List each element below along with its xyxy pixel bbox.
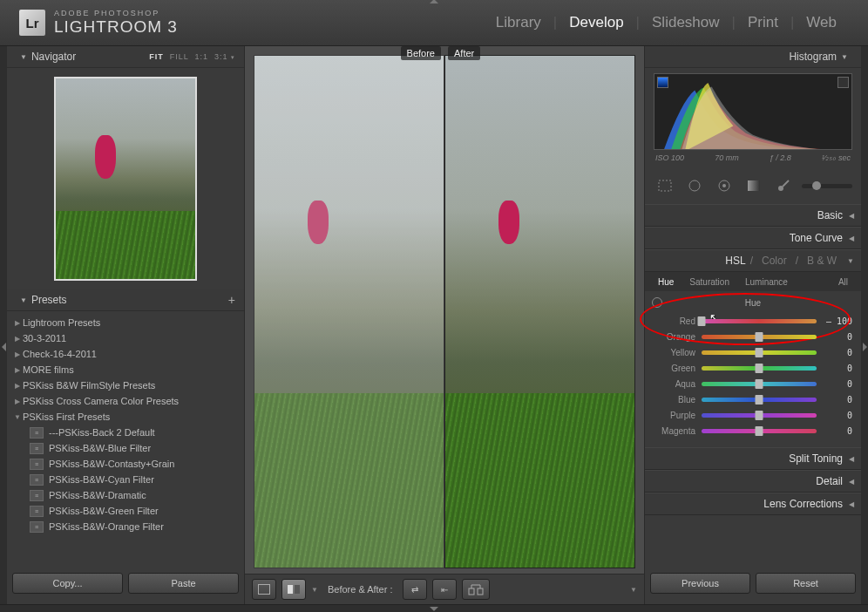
hsl-tab-hue[interactable]: Hue — [650, 277, 682, 287]
tonecurve-section-header[interactable]: Tone Curve◀ — [645, 227, 861, 249]
compare-mode-label: Before & After : — [328, 584, 393, 595]
module-web[interactable]: Web — [794, 14, 849, 31]
histogram[interactable] — [654, 73, 852, 150]
split-toning-section-header[interactable]: Split Toning◀ — [645, 447, 861, 470]
navigator-header[interactable]: ▼Navigator FIT FILL 1:1 3:1 ▾ — [7, 46, 244, 68]
module-library[interactable]: Library — [484, 14, 553, 31]
after-label: After — [448, 46, 480, 60]
basic-section-header[interactable]: Basic◀ — [645, 204, 861, 227]
module-print[interactable]: Print — [736, 14, 790, 31]
spot-tool-icon[interactable] — [683, 176, 706, 195]
hsl-tab-saturation[interactable]: Saturation — [682, 277, 737, 287]
preset-item[interactable]: ≡PSKiss-B&W-Green Filter — [7, 503, 244, 519]
left-panel-handle[interactable] — [0, 46, 7, 604]
module-slideshow[interactable]: Slideshow — [640, 14, 732, 31]
hue-slider-green[interactable]: Green0 — [654, 360, 852, 376]
navigator-thumbnail[interactable] — [54, 77, 197, 281]
brand-line1: ADOBE PHOTOSHOP — [54, 9, 178, 17]
svg-rect-3 — [478, 588, 483, 595]
toolbar: ▼ Before & After : ⇄ ⇤ ▼ — [245, 574, 644, 604]
right-panel-handle[interactable] — [861, 46, 868, 604]
svg-rect-2 — [469, 588, 474, 595]
brush-size-slider[interactable] — [802, 184, 852, 188]
app-logo: Lr — [19, 10, 45, 36]
reset-button[interactable]: Reset — [756, 573, 856, 594]
svg-line-10 — [783, 180, 789, 187]
preset-folder[interactable]: ▼PSKiss First Presets — [7, 409, 244, 425]
preset-item[interactable]: ≡---PSKiss-Back 2 Default — [7, 425, 244, 440]
hue-slider-magenta[interactable]: Magenta0 — [654, 423, 852, 439]
hue-slider-yellow[interactable]: Yellow0 — [654, 344, 852, 360]
preset-item[interactable]: ≡PSKiss-B&W-Blue Filter — [7, 440, 244, 456]
preset-item[interactable]: ≡PSKiss-B&W-Dramatic — [7, 487, 244, 503]
view-loupe-button[interactable] — [252, 579, 276, 600]
top-panel-handle[interactable] — [430, 0, 438, 3]
preset-folder[interactable]: ▶Lightroom Presets — [7, 315, 244, 330]
brand-line2: LIGHTROOM 3 — [54, 17, 178, 37]
copy-button[interactable]: Copy... — [12, 573, 123, 594]
preset-folder[interactable]: ▶Check-16-4-2011 — [7, 346, 244, 362]
histogram-header[interactable]: Histogram▼ — [645, 46, 861, 68]
hsl-section-header[interactable]: HSL/Color/B & W▼ — [645, 249, 861, 272]
svg-rect-4 — [659, 180, 671, 191]
presets-title: Presets — [31, 294, 67, 306]
navigator-title: Navigator — [31, 51, 76, 63]
image-viewer: Before After — [245, 46, 644, 574]
before-label: Before — [401, 46, 441, 60]
target-adjust-icon[interactable] — [652, 297, 662, 308]
crop-tool-icon[interactable] — [654, 176, 676, 195]
svg-rect-0 — [288, 585, 293, 594]
svg-point-7 — [722, 184, 726, 187]
after-image[interactable] — [444, 55, 635, 568]
hue-slider-purple[interactable]: Purple0 — [654, 407, 852, 423]
exif-strip: ISO 10070 mmƒ / 2.8¹⁄₂₅₀ sec — [654, 150, 852, 166]
hsl-subtabs: Hue Saturation Luminance All — [645, 272, 861, 291]
hue-slider-blue[interactable]: Blue0 — [654, 391, 852, 407]
brush-tool-icon[interactable] — [772, 176, 795, 195]
swap-button[interactable]: ⇄ — [403, 579, 427, 600]
preset-folder[interactable]: ▶MORE films — [7, 362, 244, 377]
develop-tool-strip — [645, 171, 861, 204]
view-compare-button[interactable] — [281, 579, 306, 600]
previous-button[interactable]: Previous — [650, 573, 750, 594]
hsl-panel-title: Hue — [654, 298, 852, 308]
redeye-tool-icon[interactable] — [713, 176, 736, 195]
app-brand: ADOBE PHOTOSHOP LIGHTROOM 3 — [54, 9, 178, 37]
copy-before-button[interactable]: ⇤ — [432, 579, 457, 600]
hsl-tab-luminance[interactable]: Luminance — [737, 277, 796, 287]
svg-point-5 — [689, 180, 700, 191]
copy-after-button[interactable] — [462, 579, 490, 600]
presets-list: ▶Lightroom Presets▶30-3-2011▶Check-16-4-… — [7, 311, 244, 568]
svg-rect-8 — [748, 180, 760, 191]
gradient-tool-icon[interactable] — [743, 176, 765, 195]
presets-header[interactable]: ▼Presets + — [7, 289, 244, 311]
preset-folder[interactable]: ▶PSKiss Cross Camera Color Presets — [7, 393, 244, 409]
module-picker: Library| Develop| Slideshow| Print| Web — [484, 14, 849, 31]
module-develop[interactable]: Develop — [557, 14, 635, 31]
preset-folder[interactable]: ▶30-3-2011 — [7, 330, 244, 346]
hue-slider-aqua[interactable]: Aqua0 — [654, 376, 852, 391]
hsl-tab-all[interactable]: All — [831, 277, 856, 287]
hsl-hue-panel: Hue ↖ Red– 100Orange0Yellow0Green0Aqua0B… — [645, 291, 861, 447]
preset-folder[interactable]: ▶PSKiss B&W FilmStyle Presets — [7, 377, 244, 393]
hue-slider-red[interactable]: Red– 100 — [654, 313, 852, 329]
preset-item[interactable]: ≡PSKiss-B&W-Contasty+Grain — [7, 456, 244, 472]
histogram-title: Histogram — [789, 51, 837, 63]
filmstrip-handle[interactable] — [0, 604, 868, 612]
paste-button[interactable]: Paste — [128, 573, 239, 594]
lens-section-header[interactable]: Lens Corrections◀ — [645, 493, 861, 515]
preset-item[interactable]: ≡PSKiss-B&W-Orange Filter — [7, 519, 244, 534]
navigator-zoom-options[interactable]: FIT FILL 1:1 3:1 ▾ — [149, 52, 235, 61]
toolbar-menu-icon[interactable]: ▼ — [630, 586, 637, 594]
preset-item[interactable]: ≡PSKiss-B&W-Cyan Filter — [7, 472, 244, 487]
before-image[interactable] — [254, 55, 444, 568]
title-bar: Lr ADOBE PHOTOSHOP LIGHTROOM 3 Library| … — [0, 0, 868, 46]
detail-section-header[interactable]: Detail◀ — [645, 470, 861, 493]
add-preset-icon[interactable]: + — [228, 293, 235, 307]
svg-rect-1 — [295, 585, 300, 594]
hue-slider-orange[interactable]: Orange0 — [654, 329, 852, 344]
